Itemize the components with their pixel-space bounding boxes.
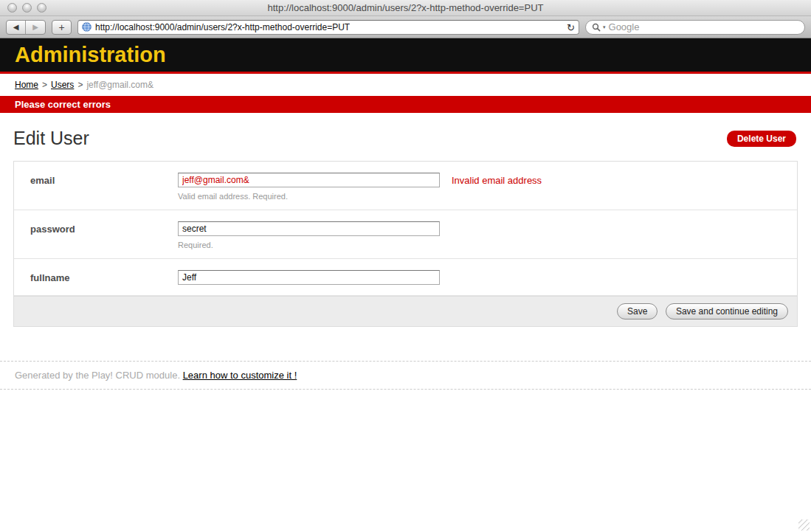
app-header: Administration xyxy=(0,38,811,74)
email-error: Invalid email address xyxy=(452,175,542,186)
breadcrumb-home-link[interactable]: Home xyxy=(15,80,38,90)
breadcrumb-separator: > xyxy=(42,80,47,90)
save-button[interactable]: Save xyxy=(617,303,658,319)
password-field[interactable] xyxy=(178,221,440,236)
zoom-button[interactable] xyxy=(37,3,46,13)
nav-buttons: ◀ ▶ xyxy=(6,20,46,35)
form-row-fullname: fullname xyxy=(14,259,797,296)
fullname-field[interactable] xyxy=(178,270,440,285)
breadcrumb-users-link[interactable]: Users xyxy=(51,80,74,90)
refresh-button[interactable]: ↻ xyxy=(567,21,575,34)
window-title: http://localhost:9000/admin/users/2?x-ht… xyxy=(0,2,811,13)
customize-link[interactable]: Learn how to customize it ! xyxy=(183,370,297,381)
titlebar: http://localhost:9000/admin/users/2?x-ht… xyxy=(0,0,811,16)
delete-user-button[interactable]: Delete User xyxy=(727,131,796,147)
window-controls xyxy=(7,3,46,13)
search-placeholder: Google xyxy=(609,21,640,32)
browser-toolbar: ◀ ▶ + http://localhost:9000/admin/users/… xyxy=(0,16,811,38)
resize-grip-icon[interactable] xyxy=(798,519,810,531)
email-label: email xyxy=(30,173,178,201)
globe-icon xyxy=(82,22,92,32)
close-button[interactable] xyxy=(7,3,17,13)
form-row-password: password Required. xyxy=(14,210,797,259)
minimize-button[interactable] xyxy=(22,3,32,13)
heading-row: Edit User Delete User xyxy=(13,128,796,149)
search-field[interactable]: ▾ Google xyxy=(585,20,805,35)
browser-window: http://localhost:9000/admin/users/2?x-ht… xyxy=(0,0,811,532)
form-buttons: Save Save and continue editing xyxy=(14,296,797,326)
footer-text: Generated by the Play! CRUD module. xyxy=(15,370,180,381)
email-help: Valid email address. Required. xyxy=(178,192,797,201)
fullname-label: fullname xyxy=(30,270,178,285)
back-button[interactable]: ◀ xyxy=(7,21,26,34)
breadcrumb-separator: > xyxy=(77,80,83,90)
error-banner: Please correct errors xyxy=(0,96,811,113)
form-row-email: email Invalid email address Valid email … xyxy=(14,162,797,210)
address-bar[interactable]: http://localhost:9000/admin/users/2?x-ht… xyxy=(77,20,579,35)
breadcrumb: Home > Users > jeff@gmail.com& xyxy=(0,74,811,96)
breadcrumb-current: jeff@gmail.com& xyxy=(86,80,153,90)
page-footer: Generated by the Play! CRUD module. Lear… xyxy=(0,361,811,390)
password-label: password xyxy=(30,221,178,249)
address-url[interactable]: http://localhost:9000/admin/users/2?x-ht… xyxy=(95,22,350,32)
search-engine-caret-icon[interactable]: ▾ xyxy=(603,24,606,30)
app-title: Administration xyxy=(15,43,166,67)
password-help: Required. xyxy=(178,241,797,249)
page-title: Edit User xyxy=(13,128,89,149)
save-and-continue-button[interactable]: Save and continue editing xyxy=(666,303,788,319)
forward-button[interactable]: ▶ xyxy=(26,21,45,34)
magnifier-icon xyxy=(592,23,601,32)
edit-user-form: email Invalid email address Valid email … xyxy=(13,161,798,327)
new-tab-button[interactable]: + xyxy=(52,20,72,35)
email-field[interactable] xyxy=(178,173,440,187)
